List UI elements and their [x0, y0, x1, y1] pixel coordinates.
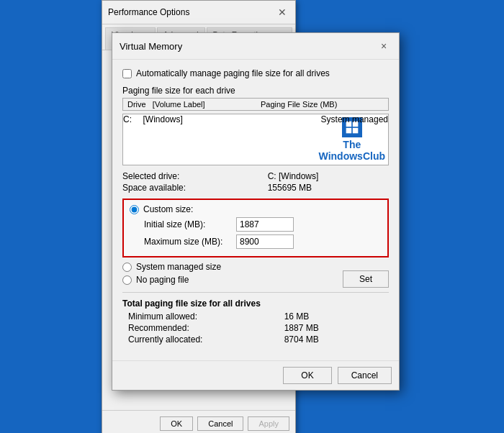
no-paging-radio-row: No paging file [122, 275, 221, 285]
auto-manage-row: Automatically manage paging file size fo… [122, 68, 389, 78]
vm-footer: OK Cancel [112, 360, 399, 390]
no-paging-radio[interactable] [122, 275, 132, 285]
total-grid: Minimum allowed: 16 MB Recommended: 1887… [128, 311, 389, 345]
perf-close-button[interactable]: ✕ [275, 5, 289, 19]
space-available-label: Space available: [122, 183, 256, 193]
vm-body: Automatically manage paging file size fo… [112, 60, 399, 360]
vm-cancel-button[interactable]: Cancel [338, 367, 392, 384]
volume-label-cell: [Windows] [143, 114, 234, 124]
initial-size-row: Initial size (MB): 1887 [144, 217, 382, 232]
min-allowed-label: Minimum allowed: [128, 311, 273, 322]
drive-info-grid: Selected drive: C: [Windows] Space avail… [122, 171, 389, 193]
maximum-size-input[interactable]: 8900 [236, 234, 294, 249]
drive-list-area: C: [Windows] System managed The WindowsC… [122, 114, 389, 165]
drive-data-table: C: [Windows] System managed [123, 114, 388, 124]
watermark-text-1: The [343, 139, 361, 150]
virtual-memory-dialog: Virtual Memory × Automatically manage pa… [112, 32, 400, 391]
drive-row-c[interactable]: C: [Windows] System managed [123, 114, 388, 124]
custom-size-radio[interactable] [130, 205, 139, 214]
space-available-value: 155695 MB [268, 183, 389, 193]
svg-rect-2 [346, 128, 351, 134]
recommended-label: Recommended: [128, 323, 273, 333]
perf-cancel-button[interactable]: Cancel [197, 416, 243, 431]
total-paging-section: Total paging file size for all drives Mi… [122, 292, 389, 345]
drive-cell: C: [123, 114, 143, 124]
perf-titlebar: Performance Options ✕ [102, 1, 295, 24]
system-managed-label: System managed size [136, 262, 221, 272]
system-managed-radio[interactable] [122, 263, 132, 272]
custom-size-label: Custom size: [143, 204, 193, 214]
drive-table: Drive [Volume Label] Paging File Size (M… [122, 98, 389, 111]
paging-section-label: Paging file size for each drive [122, 86, 389, 96]
radio-options: System managed size No paging file [122, 262, 221, 288]
min-allowed-value: 16 MB [284, 311, 389, 322]
initial-size-input[interactable]: 1887 [236, 217, 294, 232]
paging-size-cell: System managed [234, 114, 388, 124]
radio-set-row: System managed size No paging file Set [122, 262, 389, 288]
selected-drive-value: C: [Windows] [268, 171, 389, 181]
currently-allocated-label: Currently allocated: [128, 334, 273, 345]
total-section-title: Total paging file size for all drives [122, 298, 389, 309]
perf-apply-button[interactable]: Apply [248, 416, 289, 431]
vm-dialog-title: Virtual Memory [120, 41, 182, 52]
custom-size-radio-row: Custom size: [130, 204, 382, 214]
currently-allocated-value: 8704 MB [284, 334, 389, 345]
system-managed-radio-row: System managed size [122, 262, 221, 272]
perf-ok-button[interactable]: OK [160, 416, 193, 431]
perf-footer: OK Cancel Apply [102, 410, 295, 433]
vm-ok-button[interactable]: OK [283, 367, 331, 384]
maximum-size-row: Maximum size (MB): 8900 [144, 234, 382, 249]
svg-rect-3 [353, 128, 359, 134]
watermark-text-2: WindowsClub [319, 150, 385, 162]
initial-size-label: Initial size (MB): [144, 219, 230, 229]
maximum-size-label: Maximum size (MB): [144, 237, 230, 247]
set-button[interactable]: Set [343, 270, 389, 288]
selected-drive-label: Selected drive: [122, 171, 256, 181]
paging-size-col-header: Paging File Size (MB) [256, 99, 389, 111]
drive-col-header: Drive [Volume Label] [123, 99, 256, 111]
custom-size-section: Custom size: Initial size (MB): 1887 Max… [122, 199, 389, 257]
recommended-value: 1887 MB [284, 323, 389, 333]
vm-titlebar: Virtual Memory × [112, 33, 399, 60]
perf-window-title: Performance Options [108, 7, 189, 17]
vm-close-button[interactable]: × [376, 38, 392, 54]
auto-manage-checkbox[interactable] [122, 69, 132, 78]
auto-manage-label: Automatically manage paging file size fo… [136, 68, 330, 78]
no-paging-label: No paging file [136, 275, 189, 285]
